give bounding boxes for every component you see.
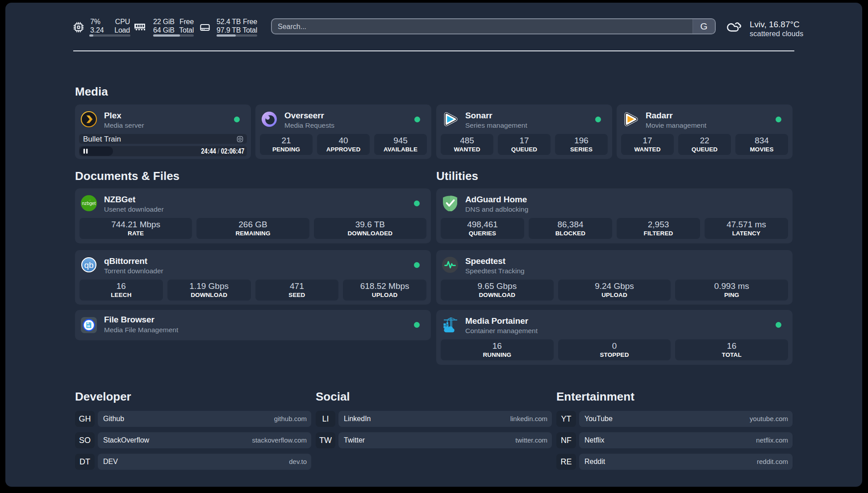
svg-text:nzbget: nzbget <box>82 201 96 206</box>
svg-text:qb: qb <box>84 260 93 270</box>
